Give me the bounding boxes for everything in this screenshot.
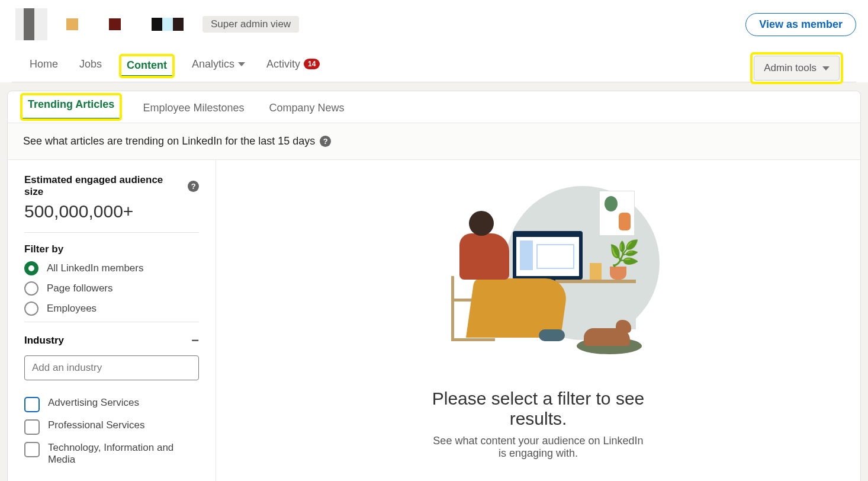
- checkbox-label: Advertising Services: [48, 397, 139, 409]
- radio-label: Page followers: [47, 283, 113, 294]
- radio-label: Employees: [47, 303, 97, 315]
- help-icon[interactable]: ?: [320, 136, 331, 147]
- radio-page-followers[interactable]: Page followers: [24, 281, 199, 296]
- nav-analytics[interactable]: Analytics: [189, 58, 247, 79]
- radio-icon: [24, 281, 38, 296]
- activity-count-badge: 14: [304, 59, 320, 69]
- checkbox-label: Professional Services: [48, 419, 144, 431]
- checkbox-label: Technology, Information and Media: [48, 442, 199, 466]
- minus-icon: −: [191, 333, 199, 348]
- color-swatch-group: [152, 18, 184, 31]
- radio-employees[interactable]: Employees: [24, 302, 199, 316]
- audience-size-label: Estimated engaged audience size: [24, 174, 183, 198]
- color-swatch: [109, 18, 121, 30]
- industry-section-toggle[interactable]: Industry −: [24, 333, 199, 348]
- view-as-member-button[interactable]: View as member: [745, 13, 856, 36]
- checkbox-icon: [24, 419, 40, 435]
- admin-tools-dropdown[interactable]: Admin tools: [754, 56, 840, 81]
- nav-analytics-label: Analytics: [192, 58, 234, 70]
- filter-sidebar: Estimated engaged audience size ? 500,00…: [8, 160, 216, 481]
- color-swatch: [66, 18, 78, 30]
- checkbox-icon: [24, 397, 40, 412]
- nav-activity[interactable]: Activity 14: [264, 58, 322, 79]
- radio-label: All LinkedIn members: [47, 262, 143, 274]
- subtab-trending-articles[interactable]: Trending Articles: [22, 95, 120, 119]
- industry-checkbox-professional[interactable]: Professional Services: [24, 419, 199, 435]
- admin-view-badge: Super admin view: [202, 16, 299, 33]
- nav-activity-label: Activity: [266, 58, 300, 70]
- subtab-employee-milestones[interactable]: Employee Milestones: [140, 91, 246, 123]
- empty-state-title: Please select a filter to see results.: [414, 389, 663, 429]
- admin-tools-label: Admin tools: [764, 62, 816, 74]
- industry-checkbox-advertising[interactable]: Advertising Services: [24, 397, 199, 412]
- industry-input[interactable]: [24, 355, 199, 380]
- nav-jobs[interactable]: Jobs: [77, 58, 104, 79]
- empty-state-subtitle: See what content your audience on Linked…: [432, 435, 645, 460]
- filter-by-label: Filter by: [24, 243, 199, 255]
- nav-home[interactable]: Home: [27, 58, 60, 79]
- radio-all-members[interactable]: All LinkedIn members: [24, 261, 199, 275]
- radio-icon: [24, 302, 38, 316]
- company-logo[interactable]: [15, 8, 47, 40]
- help-icon[interactable]: ?: [188, 181, 199, 192]
- chevron-down-icon: [822, 66, 830, 70]
- trending-description: See what articles are trending on Linked…: [23, 135, 315, 147]
- industry-label: Industry: [24, 335, 64, 347]
- audience-size-value: 500,000,000+: [24, 201, 199, 222]
- chevron-down-icon: [238, 62, 245, 66]
- checkbox-icon: [24, 442, 40, 457]
- subtab-company-news[interactable]: Company News: [266, 91, 346, 123]
- industry-checkbox-technology[interactable]: Technology, Information and Media: [24, 442, 199, 466]
- nav-content[interactable]: Content: [121, 56, 173, 76]
- radio-icon: [24, 261, 38, 275]
- empty-state-illustration: 🌿: [435, 186, 642, 370]
